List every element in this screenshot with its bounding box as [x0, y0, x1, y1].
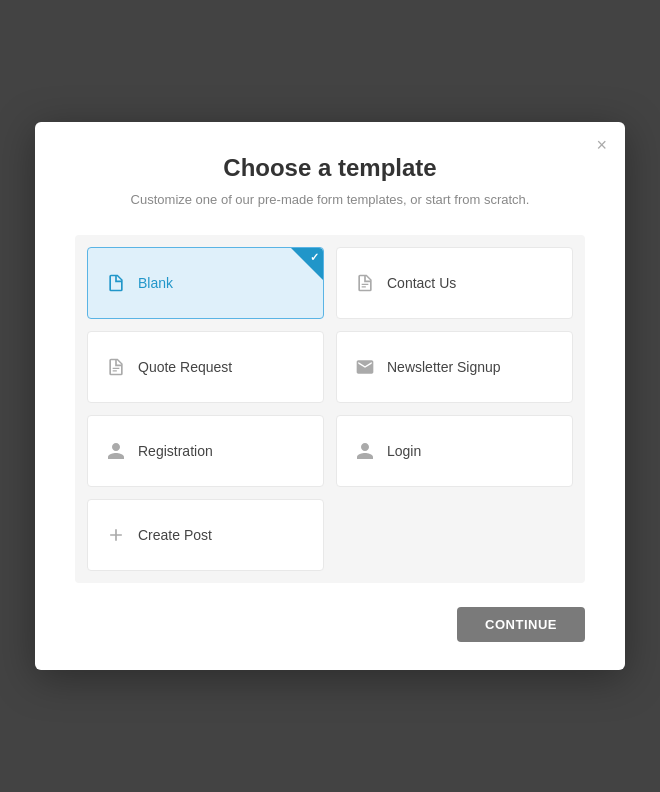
template-label-create-post: Create Post	[138, 527, 212, 543]
template-label-newsletter-signup: Newsletter Signup	[387, 359, 501, 375]
envelope-icon	[355, 357, 375, 377]
document-icon	[355, 273, 375, 293]
template-card-create-post[interactable]: Create Post	[87, 499, 324, 571]
template-card-login[interactable]: Login	[336, 415, 573, 487]
login-person-icon	[355, 441, 375, 461]
person-icon	[106, 441, 126, 461]
modal-title: Choose a template	[75, 154, 585, 182]
template-card-blank[interactable]: Blank	[87, 247, 324, 319]
continue-button[interactable]: CONTINUE	[457, 607, 585, 642]
quote-document-icon	[106, 357, 126, 377]
template-label-registration: Registration	[138, 443, 213, 459]
template-chooser-modal: × Choose a template Customize one of our…	[35, 122, 625, 670]
modal-footer: CONTINUE	[75, 607, 585, 642]
template-label-quote-request: Quote Request	[138, 359, 232, 375]
templates-grid: Blank Contact Us Quote Request	[75, 235, 585, 583]
template-label-login: Login	[387, 443, 421, 459]
document-blank-icon	[106, 273, 126, 293]
template-card-registration[interactable]: Registration	[87, 415, 324, 487]
template-card-contact-us[interactable]: Contact Us	[336, 247, 573, 319]
selected-checkmark	[291, 248, 323, 280]
template-card-newsletter-signup[interactable]: Newsletter Signup	[336, 331, 573, 403]
template-label-contact-us: Contact Us	[387, 275, 456, 291]
template-label-blank: Blank	[138, 275, 173, 291]
close-button[interactable]: ×	[596, 136, 607, 154]
modal-subtitle: Customize one of our pre-made form templ…	[75, 192, 585, 207]
plus-icon	[106, 525, 126, 545]
template-card-quote-request[interactable]: Quote Request	[87, 331, 324, 403]
